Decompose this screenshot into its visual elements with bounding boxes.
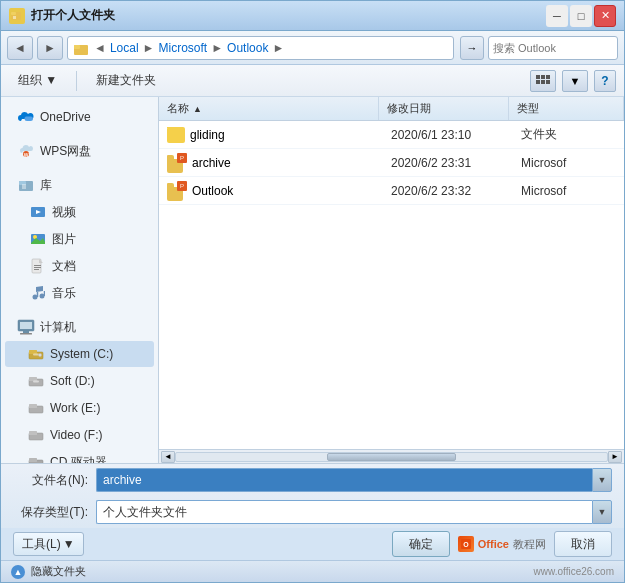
sidebar-item-drive-e[interactable]: Work (E:) <box>5 395 154 421</box>
sidebar-item-music[interactable]: 音乐 <box>5 280 154 306</box>
image-icon <box>29 230 47 248</box>
toolbar-separator <box>76 71 77 91</box>
drive-e-label: Work (E:) <box>50 401 100 415</box>
file-name-cell: P Outlook <box>163 181 383 201</box>
filename-dropdown-button[interactable]: ▼ <box>592 468 612 492</box>
sidebar-item-computer[interactable]: 计算机 <box>5 314 154 340</box>
info-icon: ▲ <box>11 565 25 579</box>
cancel-button[interactable]: 取消 <box>554 531 612 557</box>
file-date-cell: 2020/6/2 23:31 <box>383 156 513 170</box>
svg-rect-38 <box>29 377 37 381</box>
svg-rect-24 <box>34 269 39 270</box>
filetype-dropdown-button[interactable]: ▼ <box>592 500 612 524</box>
file-date-cell: 2020/6/1 23:10 <box>383 128 513 142</box>
sidebar-item-drive-d[interactable]: Soft (D:) <box>5 368 154 394</box>
svg-rect-39 <box>33 381 39 383</box>
doc-icon <box>29 257 47 275</box>
svg-rect-30 <box>20 322 32 329</box>
maximize-button[interactable]: □ <box>570 5 592 27</box>
file-name-outlook: Outlook <box>192 184 233 198</box>
scrollbar-thumb-h[interactable] <box>327 453 456 461</box>
sidebar-item-images[interactable]: 图片 <box>5 226 154 252</box>
office-branding: O Office 教程网 <box>458 536 546 552</box>
minimize-button[interactable]: ─ <box>546 5 568 27</box>
list-view-button[interactable]: ▼ <box>562 70 588 92</box>
sidebar-item-drive-f[interactable]: Video (F:) <box>5 422 154 448</box>
table-row[interactable]: P archive 2020/6/2 23:31 Microsof <box>159 149 624 177</box>
svg-rect-6 <box>541 75 545 79</box>
table-row[interactable]: P Outlook 2020/6/2 23:32 Microsof <box>159 177 624 205</box>
file-date-cell: 2020/6/2 23:32 <box>383 184 513 198</box>
toolbar-right: ▼ ? <box>530 70 616 92</box>
svg-rect-32 <box>20 333 32 335</box>
svg-rect-43 <box>29 431 37 435</box>
divider-1 <box>1 131 158 137</box>
sidebar-item-onedrive[interactable]: OneDrive <box>5 104 154 130</box>
col-name-header[interactable]: 名称 ▲ <box>159 97 379 120</box>
svg-rect-35 <box>33 354 39 356</box>
col-type-header[interactable]: 类型 <box>509 97 624 120</box>
scroll-left-button[interactable]: ◄ <box>161 451 175 463</box>
search-input[interactable] <box>493 42 625 54</box>
filename-row: 文件名(N): ▼ <box>1 464 624 496</box>
filename-input[interactable] <box>96 468 592 492</box>
svg-rect-4 <box>74 45 80 49</box>
new-folder-button[interactable]: 新建文件夹 <box>87 68 165 94</box>
sidebar-item-drive-c[interactable]: System (C:) <box>5 341 154 367</box>
sidebar-item-drive-cd[interactable]: CD 驱动器... <box>5 449 154 463</box>
table-row[interactable]: gliding 2020/6/1 23:10 文件夹 <box>159 121 624 149</box>
onedrive-label: OneDrive <box>40 110 91 124</box>
svg-rect-2 <box>13 16 16 19</box>
forward-button[interactable]: ► <box>37 36 63 60</box>
organize-button[interactable]: 组织 ▼ <box>9 68 66 94</box>
filetype-label: 保存类型(T): <box>13 504 88 521</box>
help-button[interactable]: ? <box>594 70 616 92</box>
bottom-form-area: 文件名(N): ▼ 保存类型(T): ▼ <box>1 463 624 528</box>
file-type-cell: Microsof <box>513 156 620 170</box>
svg-point-36 <box>39 354 42 357</box>
col-date-header[interactable]: 修改日期 <box>379 97 509 120</box>
breadcrumb-local[interactable]: Local <box>110 41 139 55</box>
svg-rect-22 <box>34 265 41 266</box>
svg-rect-1 <box>11 12 16 15</box>
nav-bar: ◄ ► ◄ Local ► Microsoft ► Outlook ► → 🔍 <box>1 31 624 65</box>
office-brand-text: Office <box>478 538 509 550</box>
view-toggle-button[interactable] <box>530 70 556 92</box>
sort-arrow: ▲ <box>193 104 202 114</box>
svg-rect-45 <box>29 458 37 462</box>
breadcrumb-folder-icon <box>74 41 90 55</box>
file-header: 名称 ▲ 修改日期 类型 <box>159 97 624 121</box>
folder-icon <box>167 127 185 143</box>
scroll-right-button[interactable]: ► <box>608 451 622 463</box>
confirm-button[interactable]: 确定 <box>392 531 450 557</box>
refresh-button[interactable]: → <box>460 36 484 60</box>
sidebar-item-docs[interactable]: 文档 <box>5 253 154 279</box>
drive-d-icon <box>27 372 45 390</box>
sidebar-item-wps[interactable]: W WPS网盘 <box>5 138 154 164</box>
svg-rect-23 <box>34 267 41 268</box>
hide-folders-label: 隐藏文件夹 <box>31 564 86 579</box>
search-bar: 🔍 <box>488 36 618 60</box>
svg-rect-34 <box>29 350 37 354</box>
tools-area: 工具(L) ▼ <box>13 532 84 556</box>
svg-text:O: O <box>463 541 469 548</box>
filetype-input[interactable] <box>96 500 592 524</box>
sidebar-item-video[interactable]: 视频 <box>5 199 154 225</box>
back-button[interactable]: ◄ <box>7 36 33 60</box>
close-button[interactable]: ✕ <box>594 5 616 27</box>
library-label: 库 <box>40 177 52 194</box>
site-text: 教程网 <box>513 537 546 552</box>
drive-e-icon <box>27 399 45 417</box>
breadcrumb-microsoft[interactable]: Microsoft <box>158 41 207 55</box>
filetype-row: 保存类型(T): ▼ <box>1 496 624 528</box>
breadcrumb-outlook[interactable]: Outlook <box>227 41 268 55</box>
hide-folders-button[interactable]: ▲ 隐藏文件夹 <box>11 564 86 579</box>
svg-rect-9 <box>541 80 545 84</box>
sidebar-item-library[interactable]: 库 <box>5 172 154 198</box>
window-icon <box>9 8 25 24</box>
drive-c-icon <box>27 345 45 363</box>
status-bar: ▲ 隐藏文件夹 www.office26.com <box>1 560 624 582</box>
title-controls: ─ □ ✕ <box>546 5 616 27</box>
tools-button[interactable]: 工具(L) ▼ <box>13 532 84 556</box>
drive-f-label: Video (F:) <box>50 428 102 442</box>
